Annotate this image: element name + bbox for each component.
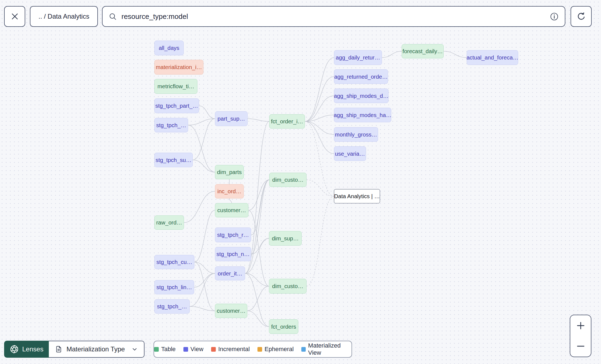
legend-item: Materialized View (301, 342, 351, 356)
legend-swatch (183, 347, 188, 352)
node-data_analytics[interactable]: Data Analytics | … (334, 189, 380, 203)
info-icon[interactable] (550, 12, 559, 21)
node-all_days[interactable]: all_days (154, 41, 184, 55)
node-raw_ord[interactable]: raw_ord… (154, 215, 184, 230)
node-inc_ord[interactable]: inc_ord… (215, 184, 244, 198)
node-dim_sup[interactable]: dim_sup… (269, 231, 302, 246)
aperture-icon (10, 345, 19, 354)
node-forecast_daily[interactable]: forecast_daily… (402, 44, 444, 58)
node-order_it[interactable]: order_it… (215, 266, 245, 280)
node-dim_custo_top[interactable]: dim_custo… (269, 173, 307, 187)
node-materialization_i[interactable]: materialization_i… (154, 60, 203, 75)
legend-label: Materialized View (308, 342, 351, 356)
plus-icon (576, 320, 586, 331)
node-stg_tpch_b[interactable]: stg_tpch_… (154, 299, 190, 314)
close-icon (10, 12, 19, 21)
refresh-button[interactable] (571, 6, 592, 27)
node-monthly_gross[interactable]: monthly_gross… (334, 127, 378, 142)
node-stg_tpch_lin[interactable]: stg_tpch_lin… (154, 280, 194, 294)
search-icon (109, 12, 117, 21)
legend-label: Table (161, 346, 176, 353)
close-button[interactable] (4, 6, 25, 27)
legend-label: View (191, 346, 203, 353)
document-icon (55, 345, 63, 353)
lineage-canvas: all_daysmaterialization_i…metricflow_ti…… (0, 0, 601, 364)
node-stg_tpch_n[interactable]: stg_tpch_n… (215, 247, 251, 261)
chevron-down-icon (131, 346, 138, 352)
legend-label: Incremental (218, 346, 250, 353)
node-agg_returned_orde[interactable]: agg_returned_orde… (334, 69, 388, 84)
node-metricflow_ti[interactable]: metricflow_ti… (154, 79, 197, 94)
lenses-group: Lenses Materialization Type (4, 341, 144, 358)
lens-selector-label: Materialization Type (66, 345, 125, 353)
lens-selector[interactable]: Materialization Type (49, 341, 144, 358)
lenses-button[interactable]: Lenses (4, 341, 49, 358)
refresh-icon (577, 12, 586, 21)
legend-swatch (301, 347, 306, 352)
legend-item: Ephemeral (257, 346, 294, 353)
node-agg_ship_modes_d[interactable]: agg_ship_modes_d… (334, 89, 389, 103)
zoom-controls (570, 315, 591, 357)
legend-label: Ephemeral (265, 346, 294, 353)
node-fct_orders[interactable]: fct_orders (269, 319, 298, 334)
node-stg_tpch_r[interactable]: stg_tpch_r… (215, 228, 251, 242)
node-customer_bottom[interactable]: customer… (215, 304, 247, 318)
legend-item: Table (154, 346, 176, 353)
minus-icon (576, 341, 586, 351)
legend: TableViewIncrementalEphemeralMaterialize… (154, 341, 352, 358)
search-bar[interactable] (102, 6, 565, 27)
breadcrumb[interactable]: .. / Data Analytics (30, 6, 98, 27)
node-dim_custo_bottom[interactable]: dim_custo… (269, 279, 307, 294)
lenses-label: Lenses (22, 345, 43, 353)
node-actual_and_foreca[interactable]: actual_and_foreca… (467, 50, 518, 65)
node-stg_tpch_su[interactable]: stg_tpch_su… (154, 153, 193, 167)
node-dim_parts[interactable]: dim_parts (215, 165, 244, 179)
search-input[interactable] (121, 12, 550, 21)
node-stg_tpch_a[interactable]: stg_tpch_… (154, 118, 188, 132)
node-use_varia[interactable]: use_varia… (334, 146, 366, 161)
legend-swatch (257, 347, 262, 352)
legend-swatch (211, 347, 216, 352)
node-stg_tpch_part[interactable]: stg_tpch_part_… (154, 98, 199, 113)
zoom-in-button[interactable] (570, 315, 591, 336)
legend-swatch (154, 347, 159, 352)
node-stg_tpch_cu[interactable]: stg_tpch_cu… (154, 255, 194, 269)
node-agg_daily_retur[interactable]: agg_daily_retur… (334, 50, 382, 65)
node-fct_order_i[interactable]: fct_order_i… (269, 114, 305, 129)
node-agg_ship_modes_ha[interactable]: agg_ship_modes_ha… (334, 108, 391, 122)
node-part_sup[interactable]: part_sup… (215, 111, 248, 126)
legend-item: View (183, 346, 203, 353)
node-customer_mid[interactable]: customer… (215, 203, 248, 217)
legend-item: Incremental (211, 346, 250, 353)
zoom-out-button[interactable] (570, 336, 591, 357)
